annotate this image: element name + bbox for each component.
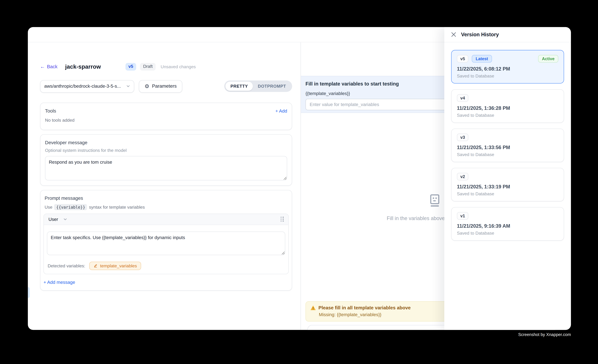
close-icon[interactable] [451, 32, 456, 37]
version-status: Saved to Database [457, 74, 558, 78]
back-button[interactable]: ← Back [40, 64, 58, 69]
variable-syntax-chip: {{variable}} [54, 204, 87, 210]
version-badge: v5 [125, 63, 136, 70]
left-edge-tab[interactable] [28, 287, 30, 298]
version-status: Saved to Database [457, 231, 558, 235]
parameters-button[interactable]: ⚙ Parameters [139, 80, 182, 92]
hint-prefix: Use [45, 205, 52, 209]
toggle-option-dotprompt[interactable]: DOTPROMPT [253, 82, 291, 91]
gear-icon: ⚙ [145, 83, 149, 89]
version-timestamp: 11/22/2025, 6:08:12 PM [457, 66, 558, 72]
version-card-v1[interactable]: v111/21/2025, 9:16:39 AMSaved to Databas… [451, 207, 564, 241]
message-role-value: User [48, 216, 58, 222]
format-toggle: PRETTY DOTPROMPT [224, 81, 292, 92]
back-label: Back [47, 64, 58, 69]
version-status: Saved to Database [457, 191, 558, 196]
unsaved-changes-text: Unsaved changes [161, 64, 196, 69]
tools-empty-text: No tools added [45, 118, 287, 122]
detected-variable-name: template_variables [100, 264, 137, 268]
back-arrow-icon: ← [40, 64, 45, 69]
version-timestamp: 11/21/2025, 1:33:56 PM [457, 145, 558, 150]
pencil-icon [94, 264, 98, 268]
model-select[interactable]: aws/anthropic/bedrock-claude-3-5-s... [40, 80, 134, 92]
prompt-messages-section: Prompt messages Use {{variable}} syntax … [40, 190, 292, 290]
model-toolbar: aws/anthropic/bedrock-claude-3-5-s... ⚙ … [40, 80, 292, 92]
version-history-panel: Version History v5LatestActive11/22/2025… [444, 27, 571, 330]
prompt-editor-pane: ← Back jack-sparrow v5 Draft Unsaved cha… [40, 42, 292, 290]
model-select-value: aws/anthropic/bedrock-claude-3-5-s... [44, 83, 126, 89]
version-number-badge: v4 [457, 94, 468, 102]
version-timestamp: 11/21/2025, 1:33:19 PM [457, 184, 558, 190]
active-badge: Active [538, 55, 558, 63]
screenshot-stage: ← Back jack-sparrow v5 Draft Unsaved cha… [0, 0, 598, 364]
version-number-badge: v1 [457, 212, 468, 220]
version-history-header: Version History [444, 27, 571, 42]
title-row: ← Back jack-sparrow v5 Draft Unsaved cha… [40, 63, 292, 70]
message-content-textarea[interactable]: Enter task specifics. Use {{template_var… [47, 231, 285, 255]
version-number-badge: v5 [457, 55, 468, 63]
version-timestamp: 11/21/2025, 9:16:39 AM [457, 223, 558, 229]
version-history-title: Version History [461, 32, 499, 37]
add-message-button[interactable]: + Add message [43, 279, 289, 285]
page-title: jack-sparrow [65, 64, 101, 70]
drag-handle-icon[interactable] [281, 217, 284, 222]
detected-variables-row: Detected variables: template_variables [44, 258, 288, 274]
chevron-down-icon [64, 217, 67, 221]
tools-section: Tools + Add No tools added [40, 102, 292, 130]
developer-message-title: Developer message [45, 140, 287, 145]
version-number-badge: v2 [457, 173, 468, 180]
warning-icon [310, 305, 316, 310]
parameters-label: Parameters [152, 83, 176, 89]
developer-message-subtitle: Optional system instructions for the mod… [45, 148, 287, 152]
watermark-text: Screenshot by Xnapper.com [518, 332, 571, 337]
developer-message-textarea[interactable]: Respond as you are tom cruise [45, 156, 287, 180]
app-window: ← Back jack-sparrow v5 Draft Unsaved cha… [28, 27, 571, 330]
bot-icon [429, 194, 440, 207]
latest-badge: Latest [472, 55, 492, 63]
detected-variable-pill[interactable]: template_variables [89, 262, 141, 270]
prompt-messages-hint: Use {{variable}} syntax for template var… [45, 204, 287, 210]
draft-status-badge: Draft [140, 63, 156, 70]
tools-title: Tools [45, 108, 56, 114]
chevron-down-icon [126, 84, 130, 88]
add-tool-button[interactable]: + Add [275, 108, 287, 114]
version-status: Saved to Database [457, 152, 558, 157]
version-card-v2[interactable]: v211/21/2025, 1:33:19 PMSaved to Databas… [451, 168, 564, 201]
version-number-badge: v3 [457, 133, 468, 141]
detected-variables-label: Detected variables: [48, 264, 85, 268]
warning-title: Please fill in all template variables ab… [318, 305, 411, 310]
message-role-header[interactable]: User [44, 214, 288, 225]
version-card-v3[interactable]: v311/21/2025, 1:33:56 PMSaved to Databas… [451, 129, 564, 162]
hint-suffix: syntax for template variables [89, 205, 145, 209]
prompt-messages-title: Prompt messages [45, 195, 287, 201]
developer-message-section: Developer message Optional system instru… [40, 134, 292, 186]
toggle-option-pretty[interactable]: PRETTY [225, 82, 253, 91]
version-status: Saved to Database [457, 113, 558, 118]
prompt-message-block: User Enter task specifics. Use {{templat… [43, 213, 289, 274]
version-card-v5[interactable]: v5LatestActive11/22/2025, 6:08:12 PMSave… [451, 50, 564, 83]
version-timestamp: 11/21/2025, 1:36:28 PM [457, 105, 558, 111]
version-card-v4[interactable]: v411/21/2025, 1:36:28 PMSaved to Databas… [451, 89, 564, 123]
version-list: v5LatestActive11/22/2025, 6:08:12 PMSave… [444, 42, 571, 240]
